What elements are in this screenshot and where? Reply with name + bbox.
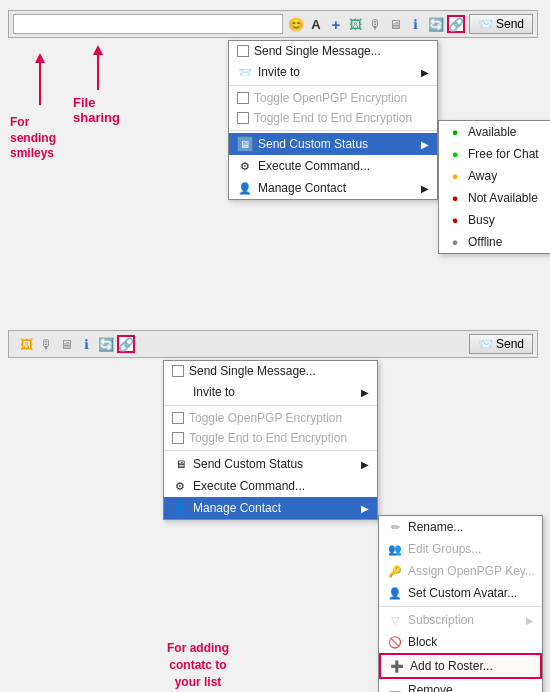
bot-ctx-send-custom-arrow: ▶ xyxy=(361,459,369,470)
smiley-icon[interactable]: 😊 xyxy=(287,15,305,33)
status-free-chat[interactable]: ● Free for Chat xyxy=(439,143,550,165)
bot-ctx-send-custom[interactable]: 🖥 Send Custom Status ▶ xyxy=(164,453,377,475)
image-icon[interactable]: 🖼 xyxy=(347,15,365,33)
submenu-subscription-icon: ▽ xyxy=(387,612,403,628)
status-busy-label: Busy xyxy=(468,213,495,227)
bot-ctx-execute-cmd[interactable]: ⚙ Execute Command... xyxy=(164,475,377,497)
bot-ctx-manage-icon: 👤 xyxy=(172,500,188,516)
bot-ctx-checkbox-pgp xyxy=(172,412,184,424)
bottom-link-icon[interactable]: 🔗 xyxy=(117,335,135,353)
ctx-execute-cmd[interactable]: ⚙ Execute Command... xyxy=(229,155,437,177)
bot-ctx-checkbox-e2e xyxy=(172,432,184,444)
svg-marker-1 xyxy=(35,53,45,63)
submenu-add-roster-icon: ➕ xyxy=(389,658,405,674)
submenu-subscription[interactable]: ▽ Subscription ▶ xyxy=(379,609,542,631)
submenu-add-roster-label: Add to Roster... xyxy=(410,659,493,673)
ctx-toggle-e2e[interactable]: Toggle End to End Encryption xyxy=(229,108,437,128)
bottom-section: 🖼 🎙 🖥 ℹ 🔄 🔗 📨 Send Send Single Message..… xyxy=(8,330,538,358)
screen-icon[interactable]: 🖥 xyxy=(387,15,405,33)
ctx-toggle-pgp-label: Toggle OpenPGP Encryption xyxy=(254,91,407,105)
bot-ctx-sep-2 xyxy=(164,450,377,451)
bottom-send-icon: 📨 xyxy=(478,337,493,351)
ctx-execute-label: Execute Command... xyxy=(258,159,370,173)
add-roster-annotation-group: For addingcontatc toyour list xyxy=(133,640,263,692)
submenu-rename[interactable]: ✏ Rename... xyxy=(379,516,542,538)
bottom-smiley-icon[interactable]: 🖼 xyxy=(17,335,35,353)
status-offline[interactable]: ● Offline xyxy=(439,231,550,253)
bottom-mic-icon[interactable]: 🎙 xyxy=(37,335,55,353)
bot-ctx-send-custom-label: Send Custom Status xyxy=(193,457,303,471)
update-icon[interactable]: 🔄 xyxy=(427,15,445,33)
file-arrow-svg xyxy=(83,35,163,95)
bot-ctx-toggle-e2e[interactable]: Toggle End to End Encryption xyxy=(164,428,377,448)
status-busy[interactable]: ● Busy xyxy=(439,209,550,231)
ctx-sep-2 xyxy=(229,130,437,131)
bot-ctx-sep-1 xyxy=(164,405,377,406)
bottom-send-label: Send xyxy=(496,337,524,351)
bot-ctx-invite-arrow: ▶ xyxy=(361,387,369,398)
bot-ctx-invite-label: Invite to xyxy=(193,385,235,399)
bot-ctx-toggle-pgp[interactable]: Toggle OpenPGP Encryption xyxy=(164,408,377,428)
status-away[interactable]: ● Away xyxy=(439,165,550,187)
info-icon[interactable]: ℹ xyxy=(407,15,425,33)
status-busy-icon: ● xyxy=(447,212,463,228)
submenu-rename-label: Rename... xyxy=(408,520,463,534)
ctx-manage-contact[interactable]: 👤 Manage Contact ▶ xyxy=(229,177,437,199)
bot-ctx-checkbox-send xyxy=(172,365,184,377)
ctx-send-single[interactable]: Send Single Message... xyxy=(229,41,437,61)
submenu-set-avatar-label: Set Custom Avatar... xyxy=(408,586,517,600)
send-label: Send xyxy=(496,17,524,31)
toolbar-icons: 😊 A + 🖼 🎙 🖥 ℹ 🔄 🔗 xyxy=(287,15,465,33)
top-toolbar: 😊 A + 🖼 🎙 🖥 ℹ 🔄 🔗 📨 Send xyxy=(8,10,538,38)
submenu-assign-pgp[interactable]: 🔑 Assign OpenPGP Key... xyxy=(379,560,542,582)
ctx-invite-label: Invite to xyxy=(258,65,300,79)
submenu-assign-pgp-label: Assign OpenPGP Key... xyxy=(408,564,535,578)
status-offline-label: Offline xyxy=(468,235,502,249)
submenu-add-roster[interactable]: ➕ Add to Roster... xyxy=(379,653,542,679)
context-menu-bottom: Send Single Message... Invite to ▶ Toggl… xyxy=(163,360,378,520)
file-label: File sharing xyxy=(73,95,120,125)
submenu-rename-icon: ✏ xyxy=(387,519,403,535)
bottom-update-icon[interactable]: 🔄 xyxy=(97,335,115,353)
submenu-edit-groups-icon: 👥 xyxy=(387,541,403,557)
add-icon[interactable]: + xyxy=(327,15,345,33)
submenu-remove[interactable]: — Remove xyxy=(379,679,542,692)
send-button[interactable]: 📨 Send xyxy=(469,14,533,34)
submenu-remove-icon: — xyxy=(387,682,403,692)
status-not-available[interactable]: ● Not Available xyxy=(439,187,550,209)
bot-ctx-manage-contact[interactable]: 👤 Manage Contact ▶ xyxy=(164,497,377,519)
ctx-send-custom-icon: 🖥 xyxy=(237,136,253,152)
ctx-checkbox-send-single xyxy=(237,45,249,57)
bottom-info-icon[interactable]: ℹ xyxy=(77,335,95,353)
ctx-send-custom-arrow: ▶ xyxy=(421,139,429,150)
submenu-block[interactable]: 🚫 Block xyxy=(379,631,542,653)
text-icon[interactable]: A xyxy=(307,15,325,33)
bot-ctx-invite-to[interactable]: Invite to ▶ xyxy=(164,381,377,403)
bottom-screen-icon[interactable]: 🖥 xyxy=(57,335,75,353)
status-offline-icon: ● xyxy=(447,234,463,250)
bot-ctx-send-single[interactable]: Send Single Message... xyxy=(164,361,377,381)
ctx-invite-to[interactable]: 📨 Invite to ▶ xyxy=(229,61,437,83)
submenu-subscription-arrow: ▶ xyxy=(526,615,534,626)
status-free-label: Free for Chat xyxy=(468,147,539,161)
chat-input[interactable] xyxy=(13,14,283,34)
status-away-label: Away xyxy=(468,169,497,183)
status-free-icon: ● xyxy=(447,146,463,162)
ctx-toggle-e2e-label: Toggle End to End Encryption xyxy=(254,111,412,125)
submenu-edit-groups-label: Edit Groups... xyxy=(408,542,481,556)
submenu-edit-groups[interactable]: 👥 Edit Groups... xyxy=(379,538,542,560)
ctx-send-custom-label: Send Custom Status xyxy=(258,137,368,151)
mic-icon[interactable]: 🎙 xyxy=(367,15,385,33)
add-roster-annotation-label: For addingcontatc toyour list xyxy=(167,641,229,689)
smiley-label-text: For sendingsmileys xyxy=(10,115,56,160)
bot-ctx-toggle-pgp-label: Toggle OpenPGP Encryption xyxy=(189,411,342,425)
ctx-send-custom[interactable]: 🖥 Send Custom Status ▶ xyxy=(229,133,437,155)
submenu-set-avatar[interactable]: 👤 Set Custom Avatar... xyxy=(379,582,542,604)
ctx-toggle-pgp[interactable]: Toggle OpenPGP Encryption xyxy=(229,88,437,108)
ctx-invite-arrow: ▶ xyxy=(421,67,429,78)
link-icon-highlighted[interactable]: 🔗 xyxy=(447,15,465,33)
bot-ctx-execute-label: Execute Command... xyxy=(193,479,305,493)
submenu-set-avatar-icon: 👤 xyxy=(387,585,403,601)
bottom-send-button[interactable]: 📨 Send xyxy=(469,334,533,354)
status-available[interactable]: ● Available xyxy=(439,121,550,143)
